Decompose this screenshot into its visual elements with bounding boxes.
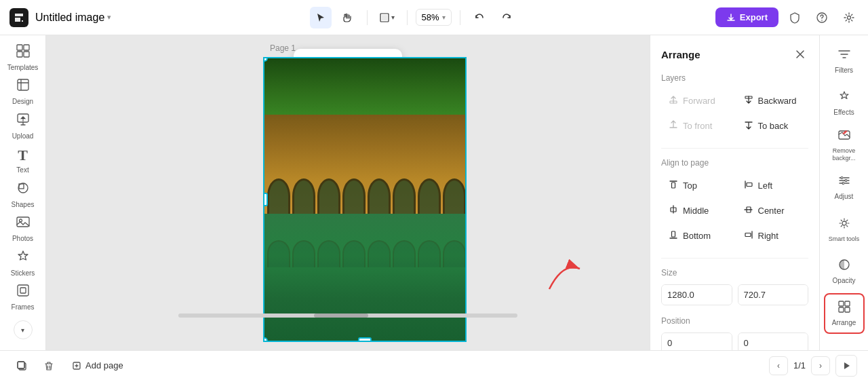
- opacity-label: Opacity: [833, 277, 856, 285]
- redo-btn[interactable]: [496, 7, 517, 28]
- right-sidebar-effects[interactable]: Effects: [824, 83, 865, 124]
- right-sidebar-filters[interactable]: Filters: [824, 41, 865, 81]
- align-left-icon: [743, 179, 754, 192]
- smart-tools-icon: [837, 216, 851, 233]
- resize-handle-bottom[interactable]: [358, 337, 372, 342]
- arrange-header: Arrange: [661, 46, 808, 62]
- undo-btn[interactable]: [469, 7, 490, 28]
- svg-point-38: [842, 221, 846, 225]
- arrange-panel-content: Arrange Layers Forward Bac: [650, 35, 819, 350]
- sidebar-item-stickers[interactable]: Stickers: [4, 246, 42, 280]
- align-top-btn[interactable]: Top: [661, 174, 734, 197]
- svg-rect-2: [382, 15, 387, 20]
- svg-point-35: [841, 177, 843, 179]
- shapes-icon: [16, 180, 31, 199]
- export-button[interactable]: Export: [715, 7, 778, 27]
- settings-btn[interactable]: [838, 7, 860, 28]
- resize-handle-left[interactable]: [263, 193, 268, 206]
- sidebar-item-frames[interactable]: Frames: [4, 281, 42, 314]
- width-input[interactable]: [662, 285, 732, 305]
- svg-rect-43: [845, 307, 850, 312]
- canvas-image: [264, 58, 465, 341]
- arrange-title: Arrange: [661, 49, 701, 60]
- effects-label: Effects: [833, 109, 854, 117]
- frame-tool-btn[interactable]: ▾: [376, 7, 399, 28]
- filters-label: Filters: [835, 66, 853, 75]
- divider2: [661, 258, 808, 259]
- resize-handle-bl[interactable]: [263, 337, 268, 342]
- prev-page-icon: ‹: [777, 361, 780, 370]
- stickers-icon: [16, 249, 31, 267]
- text-label: Text: [16, 166, 28, 174]
- sidebar-item-templates[interactable]: Templates: [4, 41, 42, 74]
- right-sidebar-smart-tools[interactable]: Smart tools: [824, 209, 865, 250]
- align-bottom-btn[interactable]: Bottom: [661, 225, 734, 247]
- align-right-btn[interactable]: Right: [736, 225, 809, 247]
- align-center-btn[interactable]: Center: [736, 200, 809, 222]
- x-input[interactable]: [662, 333, 732, 350]
- prev-page-btn[interactable]: ‹: [769, 356, 788, 375]
- align-top-icon: [668, 179, 679, 192]
- layers-grid: Forward Backward To front: [661, 90, 808, 137]
- arrow-indicator: [542, 248, 590, 296]
- svg-rect-32: [672, 231, 675, 237]
- svg-rect-14: [17, 217, 29, 227]
- align-middle-icon: [668, 204, 679, 217]
- align-middle-btn[interactable]: Middle: [661, 200, 734, 222]
- align-left-btn[interactable]: Left: [736, 174, 809, 197]
- arrange-close-btn[interactable]: [792, 46, 808, 62]
- right-sidebar-adjust[interactable]: Adjust: [824, 167, 865, 208]
- forward-label: Forward: [683, 96, 715, 106]
- export-label: Export: [740, 12, 768, 22]
- align-bottom-label: Bottom: [683, 231, 711, 241]
- zoom-chevron: ▾: [442, 14, 446, 21]
- right-sidebar-opacity[interactable]: Opacity: [824, 251, 865, 292]
- present-btn[interactable]: [835, 355, 857, 377]
- templates-label: Templates: [7, 64, 39, 71]
- horizontal-scrollbar[interactable]: [178, 314, 517, 318]
- height-input[interactable]: [738, 285, 809, 305]
- stickers-label: Stickers: [11, 269, 35, 277]
- right-sidebar-remove-bg[interactable]: Remove backgr...: [824, 125, 865, 166]
- frames-label: Frames: [12, 303, 35, 311]
- to-back-btn[interactable]: To back: [736, 115, 809, 137]
- size-row: W H: [661, 284, 808, 305]
- y-input[interactable]: [738, 333, 809, 350]
- app-logo[interactable]: [8, 7, 30, 28]
- design-icon: [16, 77, 31, 96]
- scrollbar-thumb[interactable]: [314, 314, 368, 318]
- sidebar-item-photos[interactable]: Photos: [4, 212, 42, 246]
- sidebar-expand-btn[interactable]: ▾: [14, 320, 33, 339]
- shield-btn[interactable]: [784, 7, 806, 28]
- svg-rect-41: [845, 301, 850, 306]
- align-middle-label: Middle: [683, 206, 709, 216]
- align-grid: Top Left Middle: [661, 174, 808, 247]
- right-sidebar-arrange[interactable]: Arrange: [824, 293, 865, 334]
- hand-tool-btn[interactable]: [337, 7, 359, 28]
- canvas-area[interactable]: Page 1 ···: [46, 35, 650, 350]
- bottombar: Add page ‹ 1/1 ›: [0, 350, 868, 380]
- sidebar-item-design[interactable]: Design: [4, 75, 42, 109]
- help-btn[interactable]: [811, 7, 833, 28]
- delete-page-btn[interactable]: [38, 355, 60, 377]
- to-front-btn[interactable]: To front: [661, 115, 734, 137]
- align-section-label: Align to page: [661, 158, 808, 168]
- arrange-icon: [837, 300, 851, 317]
- select-tool-btn[interactable]: [310, 7, 332, 28]
- backward-btn[interactable]: Backward: [736, 90, 809, 112]
- add-page-btn[interactable]: Add page: [65, 356, 130, 375]
- title-area[interactable]: Untitled image ▾: [35, 12, 111, 24]
- y-input-group: Y: [738, 332, 809, 350]
- align-section: Align to page Top Left: [661, 158, 808, 247]
- sidebar-item-text[interactable]: T Text: [4, 144, 42, 177]
- canvas-frame[interactable]: [263, 57, 467, 342]
- next-page-btn[interactable]: ›: [811, 356, 830, 375]
- photos-label: Photos: [12, 235, 33, 242]
- zoom-selector[interactable]: 58% ▾: [416, 9, 452, 26]
- sidebar-item-upload[interactable]: Upload: [4, 109, 42, 142]
- forward-btn[interactable]: Forward: [661, 90, 734, 112]
- x-input-group: X: [661, 332, 732, 350]
- opacity-icon: [837, 258, 851, 275]
- copy-page-btn[interactable]: [11, 355, 33, 377]
- sidebar-item-shapes[interactable]: Shapes: [4, 178, 42, 211]
